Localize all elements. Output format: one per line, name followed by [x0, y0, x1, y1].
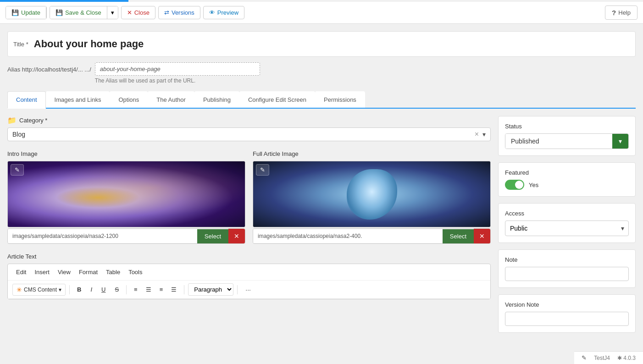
tab-the-author[interactable]: The Author [148, 91, 194, 108]
featured-yes-label: Yes [529, 182, 538, 188]
cms-content-btn[interactable]: ✳ CMS Content ▾ [12, 284, 66, 296]
underline-btn[interactable]: U [98, 284, 109, 295]
title-input[interactable] [34, 32, 630, 56]
alias-row: Alias http://localhost/testj4/... .../ T… [7, 62, 636, 84]
divider-1 [69, 285, 70, 294]
category-clear[interactable]: × [475, 131, 479, 138]
status-arrow-btn[interactable]: ▾ [612, 134, 628, 149]
version-note-label: Version Note [505, 301, 629, 308]
align-justify-btn[interactable]: ☰ [167, 284, 180, 295]
tab-publishing[interactable]: Publishing [194, 91, 239, 108]
menu-insert[interactable]: Insert [31, 267, 53, 277]
alias-hint: The Alias will be used as part of the UR… [95, 77, 260, 84]
tab-options[interactable]: Options [110, 91, 148, 108]
featured-card: Featured Yes [498, 162, 636, 197]
editor-wrap: Edit Insert View Format Table Tools ✳ CM… [7, 264, 491, 299]
access-select[interactable]: Public Registered Special [505, 221, 629, 236]
update-button[interactable]: 💾 Update [6, 6, 46, 19]
note-label: Note [505, 256, 629, 263]
full-image-select-btn[interactable]: Select [443, 229, 474, 243]
category-section: 📁 Category * Blog × ▾ [7, 116, 491, 141]
align-right-btn[interactable]: ≡ [156, 284, 167, 295]
align-left-btn[interactable]: ≡ [130, 284, 141, 295]
intro-image-container: ✎ [7, 161, 245, 227]
intro-image-edit-btn[interactable]: ✎ [11, 164, 24, 176]
footer-site-label: TestJ4 [594, 355, 610, 358]
cms-chevron-icon: ▾ [59, 287, 61, 293]
tab-configure-edit[interactable]: Configure Edit Screen [239, 91, 315, 108]
update-button-split[interactable]: 💾 Update [6, 6, 47, 19]
intro-image-block: Intro Image ✎ Select ✕ [7, 150, 245, 244]
menu-format[interactable]: Format [75, 267, 101, 277]
divider-2 [126, 285, 127, 294]
intro-image-input-row: Select ✕ [7, 228, 245, 244]
footer-version-label: ✱ 4.0.3 [617, 355, 636, 358]
featured-label: Featured [505, 169, 629, 176]
cms-icon: ✳ [17, 286, 22, 293]
italic-btn[interactable]: I [87, 284, 96, 295]
full-image-container: ✎ [253, 161, 491, 227]
versions-icon: ⇄ [164, 9, 169, 16]
alias-input[interactable] [95, 62, 260, 76]
full-image-clear-btn[interactable]: ✕ [474, 229, 490, 243]
intro-image-clear-btn[interactable]: ✕ [228, 229, 245, 243]
align-center-btn[interactable]: ☰ [142, 284, 155, 295]
access-select-wrap[interactable]: Public Registered Special [505, 221, 629, 236]
featured-toggle[interactable] [505, 180, 524, 190]
menu-view[interactable]: View [54, 267, 74, 277]
tab-content[interactable]: Content [7, 91, 46, 109]
category-select[interactable]: Blog × ▾ [7, 127, 491, 141]
preview-icon: 👁 [209, 9, 215, 16]
cms-label: CMS Content [24, 287, 57, 293]
versions-button[interactable]: ⇄ Versions [158, 6, 200, 19]
menu-edit[interactable]: Edit [12, 267, 30, 277]
status-label: Status [505, 123, 629, 130]
toolbar: 💾 Update 💾 Save & Close ▾ ✕ Close ⇄ Vers… [0, 2, 643, 24]
menu-table[interactable]: Table [102, 267, 124, 277]
intro-image-label: Intro Image [7, 150, 245, 157]
save-icon: 💾 [11, 9, 19, 16]
full-image-block: Full Article Image ✎ Select ✕ [253, 150, 491, 244]
bold-btn[interactable]: B [73, 284, 85, 295]
save-close-button[interactable]: 💾 Save & Close [50, 6, 107, 19]
note-input[interactable] [505, 267, 629, 281]
tab-images-links[interactable]: Images and Links [46, 91, 110, 108]
note-card: Note [498, 249, 636, 288]
title-row: Title * [7, 31, 636, 57]
footer: ✎ TestJ4 ✱ 4.0.3 [574, 351, 643, 358]
status-card: Status Published ▾ [498, 116, 636, 156]
close-button[interactable]: ✕ Close [121, 6, 155, 19]
tab-bar: Content Images and Links Options The Aut… [7, 91, 636, 109]
save-close-button-split[interactable]: 💾 Save & Close ▾ [50, 6, 118, 19]
full-image-edit-btn[interactable]: ✎ [256, 164, 269, 176]
intro-image-select-btn[interactable]: Select [197, 229, 228, 243]
save-close-icon: 💾 [55, 9, 63, 16]
footer-edit-icon[interactable]: ✎ [582, 354, 587, 358]
intro-image-path-input[interactable] [8, 229, 197, 243]
save-close-arrow[interactable]: ▾ [107, 6, 118, 19]
folder-icon: 📁 [7, 116, 17, 125]
more-tools-btn[interactable]: ··· [241, 284, 255, 296]
paragraph-select[interactable]: Paragraph [188, 283, 233, 296]
title-label: Title * [13, 41, 28, 48]
help-button[interactable]: ? Help [605, 6, 637, 20]
strikethrough-btn[interactable]: S [111, 284, 122, 295]
version-note-input[interactable] [505, 312, 629, 326]
status-select-wrap: Published ▾ [505, 133, 629, 149]
divider-4 [237, 285, 238, 294]
tab-permissions[interactable]: Permissions [315, 91, 365, 108]
category-label: Category * [19, 117, 47, 124]
article-text-section: Article Text Edit Insert View Format Tab… [7, 253, 491, 299]
full-image-path-input[interactable] [253, 229, 443, 243]
category-chevron[interactable]: ▾ [482, 131, 486, 138]
divider-3 [184, 285, 184, 294]
close-icon: ✕ [127, 9, 132, 16]
full-image-label: Full Article Image [253, 150, 491, 157]
toggle-knob [515, 181, 523, 189]
editor-toolbar: ✳ CMS Content ▾ B I U S ≡ ☰ ≡ [8, 281, 490, 299]
preview-button[interactable]: 👁 Preview [203, 6, 244, 19]
category-value: Blog [12, 131, 475, 138]
editor-menu-bar: Edit Insert View Format Table Tools [8, 264, 490, 281]
access-card: Access Public Registered Special [498, 203, 636, 243]
menu-tools[interactable]: Tools [125, 267, 146, 277]
